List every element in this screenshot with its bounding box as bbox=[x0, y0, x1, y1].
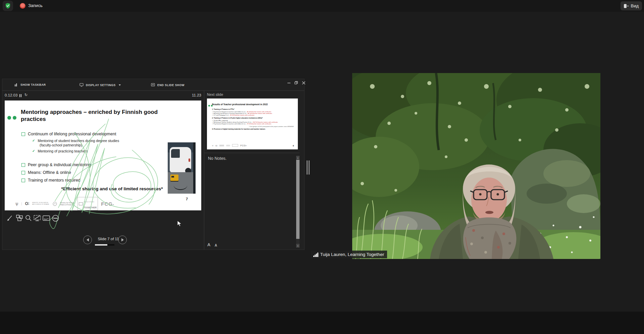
end-show-icon bbox=[151, 83, 155, 87]
bullet-text: Means: Offline & online bbox=[28, 170, 71, 175]
current-time: 11.23 bbox=[181, 93, 201, 97]
pause-timer-button[interactable] bbox=[19, 94, 22, 97]
view-layout-icon bbox=[624, 4, 629, 8]
webcam-garden-scene bbox=[352, 73, 600, 259]
fcg-logo: FCG• bbox=[101, 201, 114, 207]
checkbox-bullet-icon bbox=[21, 163, 25, 167]
decrease-font-button[interactable]: A bbox=[215, 244, 217, 247]
slide-page-number: 7 bbox=[182, 197, 192, 201]
zoom-meeting-window: Запись Вид SHOW TASKBAR bbox=[0, 0, 644, 334]
slide-footer-logos: ѱ | O∶ MINISTRY OF EDUCATION AND SCIENCE… bbox=[15, 197, 114, 210]
end-slide-show-button[interactable]: END SLIDE SHOW bbox=[151, 83, 184, 87]
eu-flag-icon bbox=[79, 202, 83, 205]
panel-divider bbox=[204, 90, 204, 250]
bullet-text: Peer group & individual mentoring bbox=[28, 162, 91, 167]
pane-resize-grip[interactable] bbox=[307, 160, 310, 175]
mfa-finland-text: Ministry for ForeignAffairs of Finland bbox=[60, 202, 74, 206]
display-settings-button[interactable]: DISPLAY SETTINGS bbox=[79, 83, 121, 87]
end-slide-show-label: END SLIDE SHOW bbox=[157, 83, 184, 87]
checkbox-bullet-icon bbox=[21, 171, 25, 175]
checkmark-icon: ✓ bbox=[32, 139, 35, 143]
moes-logo-icon: O∶ bbox=[25, 201, 29, 206]
window-close-button[interactable] bbox=[301, 81, 306, 85]
recording-dot-icon bbox=[20, 3, 25, 9]
scroll-down-arrow[interactable]: ▼ bbox=[296, 244, 300, 248]
participant-name-text: Tuija Lauren, Learning Together bbox=[320, 252, 384, 257]
chevron-down-icon bbox=[119, 84, 121, 86]
speaker-notes-text: No Notes. bbox=[208, 156, 227, 161]
sub-bullet-text: Mentoring of practicing teachers bbox=[38, 149, 88, 153]
slide-emphasis-text: *Efficient sharing and use of limited re… bbox=[38, 186, 186, 191]
pen-tool-button[interactable] bbox=[6, 214, 14, 222]
slide-sub-bullet: ✓ Mentoring of practicing teachers bbox=[32, 149, 88, 153]
show-taskbar-label: SHOW TASKBAR bbox=[20, 83, 46, 86]
display-settings-label: DISPLAY SETTINGS bbox=[86, 83, 116, 87]
sub-bullet-text: (faculty-school partnership) bbox=[40, 143, 82, 147]
see-all-slides-button[interactable] bbox=[15, 214, 24, 222]
next-slide-body: 1. Training of Trainers in ITTIs* ✓ Psyc… bbox=[212, 108, 294, 131]
audio-signal-icon bbox=[313, 252, 318, 257]
toolbar-separator bbox=[2, 90, 304, 91]
view-button[interactable]: Вид bbox=[621, 1, 642, 10]
show-taskbar-button[interactable]: SHOW TASKBAR bbox=[14, 83, 46, 86]
view-button-label: Вид bbox=[631, 3, 639, 8]
slide-sub-bullet-cont: (faculty-school partnership) bbox=[40, 143, 82, 147]
meeting-top-bar: Запись Вид bbox=[0, 0, 644, 12]
participant-name-label: Tuija Lauren, Learning Together bbox=[311, 251, 387, 258]
slide-title: Mentoring approaches – enriched by Finni… bbox=[21, 109, 178, 123]
scroll-up-arrow[interactable]: ▲ bbox=[296, 156, 300, 159]
next-slide-title: Results of Teacher professional developm… bbox=[212, 103, 292, 106]
security-shield-button[interactable] bbox=[3, 1, 13, 11]
window-restore-button[interactable] bbox=[294, 81, 299, 85]
meeting-control-bar: Включить звук Остановить видео bbox=[0, 312, 644, 334]
slide-bullet: Peer group & individual mentoring bbox=[21, 162, 162, 167]
more-options-button[interactable] bbox=[51, 214, 60, 222]
increase-font-button[interactable]: A bbox=[207, 242, 210, 247]
bullet-text: Continuum of lifelong professional devel… bbox=[28, 132, 116, 136]
notes-divider bbox=[204, 153, 300, 153]
sub-bullet-text: Mentoring of student teachers during deg… bbox=[38, 139, 119, 143]
shield-check-icon bbox=[5, 3, 11, 9]
slide-bullet: Training of mentors required bbox=[21, 178, 162, 183]
bullet-text: Training of mentors required bbox=[28, 178, 80, 183]
slide-accent-dots bbox=[7, 116, 16, 120]
captions-toggle-button[interactable] bbox=[42, 214, 51, 222]
recording-indicator-label: Запись bbox=[28, 3, 43, 8]
current-slide-canvas[interactable]: Mentoring approaches – enriched by Finni… bbox=[5, 101, 201, 210]
black-screen-button[interactable] bbox=[33, 214, 42, 222]
checkmark-icon: ✓ bbox=[32, 149, 35, 153]
mfa-finland-icon bbox=[53, 202, 57, 206]
next-slide-thumbnail[interactable]: Results of Teacher professional developm… bbox=[207, 98, 298, 149]
slide-sub-bullet: ✓ Mentoring of student teachers during d… bbox=[32, 139, 119, 143]
notes-scrollbar[interactable]: ▲ ▼ bbox=[296, 156, 300, 248]
window-minimize-button[interactable] bbox=[286, 81, 291, 85]
slide-bullet: Means: Offline & online bbox=[21, 170, 162, 175]
ukraine-trident-icon: ѱ bbox=[15, 201, 18, 206]
powerpoint-presenter-view-window: SHOW TASKBAR DISPLAY SETTINGS END SLIDE … bbox=[2, 79, 304, 250]
next-slide-footer-logos: ѱO∶ FCG• bbox=[212, 144, 247, 147]
checkbox-bullet-icon bbox=[21, 132, 25, 136]
next-slide-label: Next slide bbox=[207, 92, 223, 96]
slide-progress-bar bbox=[95, 244, 114, 246]
together-logo: MOVING FORWARDTOGETHER bbox=[77, 197, 98, 210]
slide-bullet: Continuum of lifelong professional devel… bbox=[21, 132, 162, 136]
presentation-timer: 0.12.03 bbox=[5, 93, 17, 97]
taskbar-icon bbox=[14, 83, 18, 86]
participant-video-tile bbox=[352, 73, 600, 259]
next-slide-button[interactable] bbox=[118, 236, 127, 244]
zoom-slide-button[interactable] bbox=[24, 214, 33, 222]
scrollbar-thumb[interactable] bbox=[296, 160, 300, 239]
checkbox-bullet-icon bbox=[21, 179, 25, 182]
display-settings-icon bbox=[79, 83, 84, 87]
car-generator-photo bbox=[168, 142, 196, 194]
moes-logo-text: MINISTRY OF EDUCATION AND SCIENCE OF UKR… bbox=[32, 202, 50, 205]
restart-timer-button[interactable]: ↻ bbox=[24, 93, 28, 97]
next-slide-page-number: 8 bbox=[293, 145, 294, 147]
